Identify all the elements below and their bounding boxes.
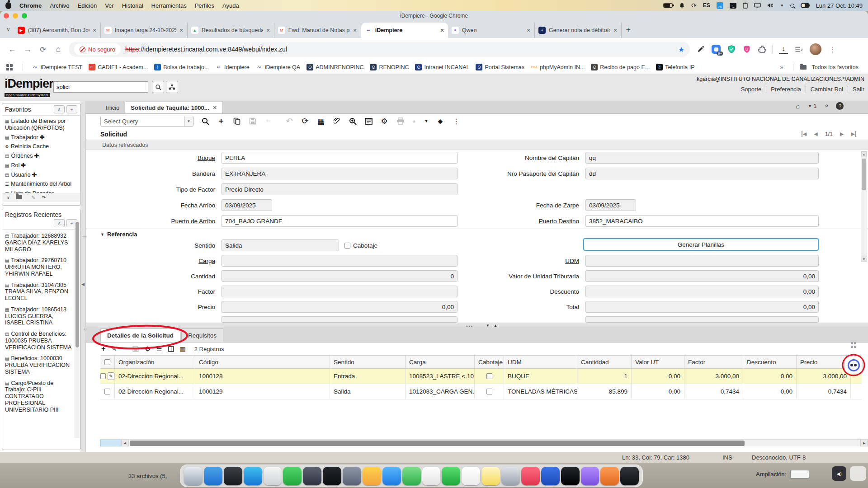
field-label-puerto-arribo[interactable]: Puerto de Arribo (81, 215, 215, 227)
more-options-icon[interactable]: ⋮ (452, 117, 460, 126)
collapse-panel-button[interactable]: ∧ (54, 105, 65, 113)
bookmark-item[interactable]: ⊙ Recibo de pago E... (588, 64, 653, 70)
next-record-icon[interactable]: ▶ (840, 131, 844, 137)
dock-app-icon[interactable] (581, 467, 599, 485)
dock-app-icon[interactable] (283, 467, 302, 485)
back-button[interactable]: ← (5, 45, 20, 54)
grid-toggle-icon[interactable]: ▦ (317, 117, 325, 126)
column-header[interactable]: Organización (115, 356, 195, 368)
collapse-panel-button[interactable]: ∧ (54, 219, 65, 227)
document-tab[interactable]: Solicitud de Taquilla: 1000... ✕ (125, 102, 222, 113)
menubar-item[interactable]: Ayuda (222, 2, 239, 9)
field-puerto-destino[interactable]: 3852_MARACAIBO (585, 215, 819, 227)
home-tab-icon[interactable]: ⌂ (796, 102, 800, 110)
apps-grid-icon[interactable] (6, 64, 13, 70)
document-tab-close-icon[interactable]: ✕ (213, 105, 217, 111)
shield-extension-icon[interactable] (727, 45, 736, 54)
color-picker-extension-icon[interactable] (696, 45, 705, 54)
clipboard-icon[interactable] (743, 2, 748, 9)
dock-app-icon[interactable] (402, 467, 421, 485)
browser-tab[interactable]: ∾ iDempiere ✕ (361, 23, 448, 38)
header-link[interactable]: Salir (848, 86, 864, 93)
volume-widget[interactable]: ◀) (832, 466, 846, 481)
dock-app-icon[interactable] (561, 467, 580, 485)
field-label-buque[interactable]: Buque (81, 152, 215, 164)
browser-menu-icon[interactable]: ⋮ (828, 45, 837, 54)
detail-splitter[interactable]: ⋯ ▼ ▲ (86, 323, 868, 328)
dock-app-icon[interactable] (343, 467, 361, 485)
folder-icon[interactable] (16, 195, 22, 199)
extensions-puzzle-icon[interactable] (758, 45, 767, 54)
table-row[interactable]: ✎ 02-Dirección Regional... 1000129 Salid… (100, 384, 862, 399)
browser-tab[interactable]: ▲ Resultados de búsqueda - C ✕ (188, 23, 274, 38)
dock-app-icon[interactable] (224, 467, 242, 485)
bookmark-item[interactable]: ∾ iDempiere QA (253, 64, 304, 70)
quick-grid-icon[interactable] (851, 342, 857, 348)
tab-list-dropdown[interactable]: ▼1 (808, 103, 816, 109)
refresh-icon[interactable]: ⟳ (301, 116, 309, 126)
menubar-item[interactable]: Perfiles (195, 2, 214, 9)
volume-icon[interactable] (767, 3, 774, 8)
detail-delete-icon[interactable]: − (123, 345, 127, 353)
add-favorite-icon[interactable]: ✚ (34, 153, 38, 159)
home-button[interactable]: ⌂ (51, 45, 66, 54)
scroll-left-icon[interactable]: ◀ (121, 440, 129, 446)
window-titlebar[interactable]: iDempiere - Google Chrome (0, 11, 868, 21)
detail-tab[interactable]: Detalles de la Solicitud (100, 328, 180, 342)
bookmark-item[interactable]: ⊙ ADMINRENOPINC (303, 64, 367, 70)
detail-columns-icon[interactable] (168, 346, 174, 352)
tab-close-icon[interactable]: ✕ (440, 28, 444, 33)
address-bar[interactable]: No seguro https://idempieretest.incanal.… (69, 42, 690, 57)
horizontal-scrollbar[interactable]: ◀ ▶ (100, 439, 868, 446)
bookmark-item[interactable]: i Bolsa de trabajo... (151, 64, 212, 70)
column-header[interactable]: UDM (504, 356, 577, 368)
favorite-item[interactable]: ▦Lista de Becados Escolares (4, 189, 78, 193)
url-text[interactable]: https://idempieretest.incanal.com.ve:844… (125, 46, 287, 53)
menubar-item[interactable]: Chrome (19, 2, 42, 9)
recent-record-item[interactable]: ▤Trabajador: 10865413 LUCIOS GUERRA, ISA… (4, 304, 74, 328)
menu-tree-button[interactable] (166, 81, 178, 93)
widget-badge-icon[interactable]: 78 (717, 2, 723, 9)
field-label-puerto-destino[interactable]: Puerto Destino (445, 215, 579, 227)
dock-app-icon[interactable] (323, 467, 341, 485)
process-gear-icon[interactable]: ⚙ (380, 117, 388, 126)
collapse-header-icon[interactable]: » (823, 104, 830, 108)
form-vertical-scrollbar[interactable]: ▲ ▼ (861, 151, 867, 262)
spotlight-search-icon[interactable] (790, 4, 794, 8)
share-icon[interactable]: ↷ (42, 195, 46, 201)
tab-close-icon[interactable]: ✕ (527, 28, 531, 33)
bookmark-item[interactable]: ∾ iDempiere TEST (28, 64, 85, 70)
report-icon[interactable] (364, 118, 373, 125)
dock-app-icon[interactable] (620, 467, 639, 485)
delete-record-icon[interactable]: − (264, 116, 273, 126)
add-favorite-icon[interactable]: ✚ (32, 172, 37, 178)
menubar-item[interactable]: Historial (122, 2, 143, 9)
field-label-carga[interactable]: Carga (81, 255, 215, 267)
expand-panel-button[interactable]: » (66, 105, 77, 113)
recent-record-item[interactable]: ▤Cargo/Puesto de Trabajo: C-PIII CONTRAT… (4, 378, 74, 416)
menubar-item[interactable]: Herramientas (151, 2, 187, 9)
playlist-icon[interactable]: ☰♪ (794, 45, 803, 54)
header-link[interactable]: Cambiar Rol (806, 86, 848, 93)
find-record-icon[interactable] (201, 117, 209, 125)
recent-record-item[interactable]: ▤Trabajador: 29768710 URRUTIA MONTERO, Y… (4, 255, 74, 279)
attachment-icon[interactable] (333, 117, 341, 125)
column-header[interactable]: Precio (797, 356, 851, 368)
security-chip[interactable]: No seguro (74, 43, 121, 55)
add-favorite-icon[interactable]: ✚ (39, 134, 44, 141)
dock-app-icon[interactable] (363, 467, 381, 485)
detail-save-icon[interactable] (132, 346, 139, 352)
new-record-icon[interactable]: + (217, 116, 225, 126)
table-row[interactable]: ✎ 02-Dirección Regional... 1000128 Entra… (100, 369, 862, 384)
ublock-extension-icon[interactable]: U (742, 45, 751, 54)
apple-menu-icon[interactable] (5, 2, 11, 9)
global-search-input[interactable] (53, 81, 148, 93)
profile-avatar[interactable] (810, 43, 821, 55)
column-header[interactable]: Descuento (743, 356, 797, 368)
dock-app-icon[interactable] (521, 467, 540, 485)
undo-icon[interactable]: ↶ (285, 116, 293, 126)
dock-app-icon[interactable] (442, 467, 460, 485)
dock-app-icon[interactable] (244, 467, 262, 485)
select-all-checkbox[interactable] (104, 359, 110, 365)
tab-close-icon[interactable]: ✕ (353, 28, 357, 33)
